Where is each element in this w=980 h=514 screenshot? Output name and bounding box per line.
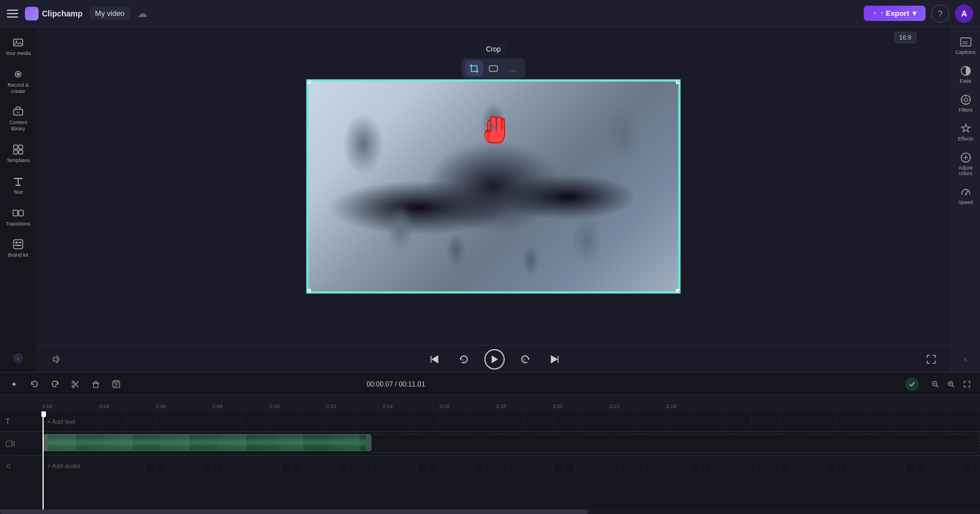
topbar-right: ↑ ↑ Export ▾ ? A (864, 5, 973, 23)
audio-track-content: + Add audio (43, 457, 980, 474)
svg-point-12 (15, 241, 18, 244)
redo-button[interactable] (48, 377, 62, 392)
sidebar-item-record-create[interactable]: Record & create (2, 63, 34, 99)
play-button[interactable] (484, 349, 505, 369)
save-to-timeline-button[interactable] (109, 377, 124, 392)
text-icon (12, 175, 24, 188)
video-title[interactable]: My video (90, 7, 130, 20)
effects-icon (960, 123, 971, 134)
video-clip[interactable] (43, 434, 371, 451)
ruler-mark-0:22: 0:22 (610, 403, 620, 409)
text-track-label: T (0, 418, 43, 426)
export-button[interactable]: ↑ ↑ Export ▾ (864, 6, 926, 21)
video-preview[interactable] (306, 79, 681, 294)
effects-label: Effects (958, 136, 973, 142)
ruler-mark-0:20: 0:20 (553, 403, 563, 409)
volume-button[interactable] (48, 350, 66, 368)
right-panel-adjust-colors[interactable]: Adjust colors (952, 147, 979, 181)
zoom-out-button[interactable] (929, 378, 941, 390)
avatar[interactable]: A (955, 5, 973, 23)
svg-point-22 (964, 98, 968, 101)
aspect-ratio-tool-button[interactable] (484, 61, 502, 77)
forward-button[interactable]: 5 (516, 350, 534, 368)
right-panel-speed[interactable]: Speed (952, 182, 979, 210)
crop-handle-bottom-left[interactable] (306, 289, 311, 294)
preview-area: 16:9 Crop ... (36, 27, 951, 345)
svg-rect-10 (19, 210, 23, 216)
svg-rect-13 (18, 242, 22, 243)
svg-point-3 (17, 73, 20, 75)
skip-forward-button[interactable] (546, 350, 564, 368)
svg-rect-11 (14, 240, 23, 249)
export-chevron-icon: ▾ (913, 9, 916, 18)
crop-handle-top-left[interactable] (306, 79, 311, 84)
export-arrow-icon: ↑ (873, 9, 877, 18)
playhead[interactable] (43, 411, 44, 509)
right-panel-fade[interactable]: Fade (952, 61, 979, 88)
svg-text:5: 5 (523, 358, 526, 362)
help-button[interactable]: ? (931, 5, 949, 23)
adjust-colors-label: Adjust colors (954, 165, 977, 176)
right-panel-filters[interactable]: Filters (952, 90, 979, 117)
add-text-button[interactable]: + Add text (43, 418, 75, 425)
aspect-ratio-badge[interactable]: 16:9 (894, 32, 916, 43)
zoom-controls (929, 378, 973, 390)
add-audio-button[interactable]: + Add audio (43, 462, 80, 469)
timeline-ruler: 0:02 0:04 0:06 0:08 (0, 396, 980, 411)
svg-rect-6 (19, 145, 23, 149)
video-track-icon (6, 439, 15, 448)
magic-button[interactable]: ✦ (7, 377, 22, 392)
clip-handle-left[interactable] (43, 435, 48, 451)
logo-icon (25, 7, 39, 20)
filters-label: Filters (958, 107, 973, 113)
sidebar-item-templates[interactable]: Templates (2, 139, 34, 168)
timeline-tracks: T + Add text (0, 411, 980, 509)
zoom-in-button[interactable] (945, 378, 957, 390)
playback-left (48, 350, 66, 368)
timeline-scrollbar[interactable] (0, 509, 980, 514)
crop-tool-button[interactable] (465, 61, 483, 77)
record-create-icon (12, 68, 24, 80)
timeline-toolbar: ✦ (0, 373, 980, 396)
topbar-left: Clipchamp My video ☁ (7, 7, 864, 20)
speed-icon (960, 186, 971, 198)
sidebar-item-content-library[interactable]: Content library (2, 101, 34, 137)
crop-selection-overlay (307, 80, 679, 292)
captions-label: Captions (956, 49, 976, 55)
svg-rect-0 (14, 39, 23, 46)
sidebar-expand-button[interactable]: › (13, 353, 23, 363)
svg-point-24 (965, 194, 966, 196)
sidebar-item-transitions[interactable]: Transitions (2, 202, 34, 232)
right-panel-captions[interactable]: CC Captions (952, 32, 979, 60)
ruler-mark-0:14: 0:14 (383, 403, 393, 409)
skip-back-button[interactable] (425, 350, 443, 368)
crop-handle-bottom-right[interactable] (676, 289, 681, 294)
undo-button[interactable] (27, 377, 42, 392)
right-panel-effects[interactable]: Effects (952, 118, 979, 146)
ruler-mark-0:08: 0:08 (213, 403, 223, 409)
rewind-button[interactable]: 5 (455, 350, 473, 368)
content-library-icon (12, 105, 24, 118)
more-tools-button[interactable]: ... (504, 61, 522, 77)
delete-button[interactable] (88, 377, 103, 392)
video-track (0, 432, 980, 456)
ruler-mark-0:06: 0:06 (156, 403, 166, 409)
cut-button[interactable] (68, 377, 83, 392)
audio-track-label: ♫ (0, 462, 43, 470)
menu-button[interactable] (7, 8, 18, 19)
topbar: Clipchamp My video ☁ ↑ ↑ Export ▾ ? A (0, 0, 980, 27)
svg-rect-29 (115, 381, 118, 383)
sidebar-item-text[interactable]: Text (2, 171, 34, 200)
main-content: Your media Record & create Content libr (0, 27, 980, 372)
expand-timeline-button[interactable] (961, 378, 973, 390)
sidebar-item-brand-kit[interactable]: Brand kit (2, 233, 34, 263)
clip-handle-right[interactable] (366, 435, 371, 451)
sidebar-item-your-media[interactable]: Your media (2, 32, 34, 61)
timeline-scrollbar-thumb[interactable] (0, 509, 588, 514)
sidebar-item-your-media-label: Your media (5, 50, 31, 57)
svg-rect-27 (94, 383, 98, 388)
ruler-mark-0:04: 0:04 (99, 403, 109, 409)
fullscreen-button[interactable] (923, 351, 939, 367)
right-panel-collapse-button[interactable]: ‹ (960, 351, 971, 368)
crop-handle-top-right[interactable] (676, 79, 681, 84)
